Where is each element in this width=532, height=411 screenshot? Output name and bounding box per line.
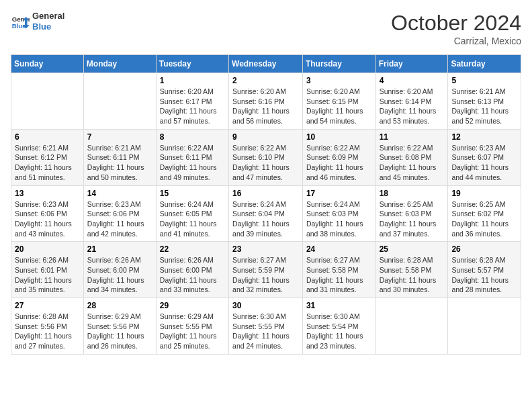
day-details: Sunrise: 6:25 AMSunset: 6:02 PMDaylight:… <box>451 199 517 239</box>
day-number: 1 <box>160 76 225 85</box>
day-details: Sunrise: 6:24 AMSunset: 6:05 PMDaylight:… <box>160 199 225 239</box>
calendar-cell: 1Sunrise: 6:20 AMSunset: 6:17 PMDaylight… <box>156 73 228 130</box>
calendar-cell: 20Sunrise: 6:26 AMSunset: 6:01 PMDayligh… <box>11 242 84 298</box>
day-header-thursday: Thursday <box>302 55 375 73</box>
calendar-cell: 31Sunrise: 6:30 AMSunset: 5:54 PMDayligh… <box>302 298 375 355</box>
calendar-week-4: 20Sunrise: 6:26 AMSunset: 6:01 PMDayligh… <box>11 242 521 298</box>
day-number: 28 <box>87 301 152 310</box>
calendar-cell: 29Sunrise: 6:29 AMSunset: 5:55 PMDayligh… <box>156 298 228 355</box>
day-details: Sunrise: 6:28 AMSunset: 5:56 PMDaylight:… <box>15 312 80 351</box>
day-number: 29 <box>160 301 225 310</box>
calendar-body: 1Sunrise: 6:20 AMSunset: 6:17 PMDaylight… <box>11 73 521 355</box>
day-number: 3 <box>306 76 372 85</box>
day-number: 17 <box>306 189 372 198</box>
title-block: October 2024 Carrizal, Mexico <box>391 11 521 46</box>
calendar-cell: 24Sunrise: 6:27 AMSunset: 5:58 PMDayligh… <box>302 242 375 298</box>
day-number: 16 <box>232 189 299 198</box>
day-number: 26 <box>451 244 517 254</box>
day-number: 24 <box>306 244 372 254</box>
calendar-cell: 10Sunrise: 6:22 AMSunset: 6:09 PMDayligh… <box>302 129 375 185</box>
day-header-friday: Friday <box>375 55 448 73</box>
day-number: 4 <box>380 76 445 85</box>
day-number: 2 <box>232 76 299 85</box>
day-details: Sunrise: 6:22 AMSunset: 6:09 PMDaylight:… <box>306 143 372 183</box>
day-header-tuesday: Tuesday <box>156 55 228 73</box>
day-number: 21 <box>87 244 152 254</box>
logo-icon: General Blue <box>11 12 30 31</box>
calendar-cell: 26Sunrise: 6:28 AMSunset: 5:57 PMDayligh… <box>448 242 521 298</box>
calendar-cell: 3Sunrise: 6:20 AMSunset: 6:15 PMDaylight… <box>302 73 375 130</box>
day-details: Sunrise: 6:30 AMSunset: 5:55 PMDaylight:… <box>232 312 299 351</box>
day-details: Sunrise: 6:22 AMSunset: 6:11 PMDaylight:… <box>160 143 225 183</box>
calendar-cell: 4Sunrise: 6:20 AMSunset: 6:14 PMDaylight… <box>375 73 448 130</box>
day-number: 12 <box>451 132 517 142</box>
day-details: Sunrise: 6:30 AMSunset: 5:54 PMDaylight:… <box>306 312 372 351</box>
calendar-week-1: 1Sunrise: 6:20 AMSunset: 6:17 PMDaylight… <box>11 73 521 130</box>
calendar-cell: 13Sunrise: 6:23 AMSunset: 6:06 PMDayligh… <box>11 185 84 242</box>
calendar-cell: 7Sunrise: 6:21 AMSunset: 6:11 PMDaylight… <box>83 129 156 185</box>
day-number: 9 <box>232 132 299 142</box>
day-details: Sunrise: 6:22 AMSunset: 6:10 PMDaylight:… <box>232 143 299 183</box>
day-details: Sunrise: 6:23 AMSunset: 6:07 PMDaylight:… <box>451 143 517 183</box>
month-title: October 2024 <box>391 11 521 36</box>
calendar-cell: 8Sunrise: 6:22 AMSunset: 6:11 PMDaylight… <box>156 129 228 185</box>
day-details: Sunrise: 6:20 AMSunset: 6:15 PMDaylight:… <box>306 87 372 126</box>
day-number: 19 <box>451 189 517 198</box>
day-details: Sunrise: 6:29 AMSunset: 5:55 PMDaylight:… <box>160 312 225 351</box>
calendar-table: SundayMondayTuesdayWednesdayThursdayFrid… <box>11 54 521 355</box>
day-details: Sunrise: 6:21 AMSunset: 6:13 PMDaylight:… <box>451 87 517 126</box>
day-details: Sunrise: 6:20 AMSunset: 6:17 PMDaylight:… <box>160 87 225 126</box>
day-number: 22 <box>160 244 225 254</box>
calendar-cell: 23Sunrise: 6:27 AMSunset: 5:59 PMDayligh… <box>229 242 303 298</box>
day-number: 6 <box>15 132 80 142</box>
day-number: 31 <box>306 301 372 310</box>
logo: General Blue General Blue <box>11 11 64 32</box>
calendar-cell: 2Sunrise: 6:20 AMSunset: 6:16 PMDaylight… <box>229 73 303 130</box>
day-details: Sunrise: 6:27 AMSunset: 5:59 PMDaylight:… <box>232 255 299 295</box>
day-details: Sunrise: 6:25 AMSunset: 6:03 PMDaylight:… <box>380 199 445 239</box>
day-details: Sunrise: 6:20 AMSunset: 6:14 PMDaylight:… <box>380 87 445 126</box>
day-details: Sunrise: 6:21 AMSunset: 6:11 PMDaylight:… <box>87 143 152 183</box>
calendar-cell: 27Sunrise: 6:28 AMSunset: 5:56 PMDayligh… <box>11 298 84 355</box>
day-header-wednesday: Wednesday <box>229 55 303 73</box>
calendar-cell <box>375 298 448 355</box>
calendar-cell: 18Sunrise: 6:25 AMSunset: 6:03 PMDayligh… <box>375 185 448 242</box>
day-details: Sunrise: 6:20 AMSunset: 6:16 PMDaylight:… <box>232 87 299 126</box>
day-header-saturday: Saturday <box>448 55 521 73</box>
day-details: Sunrise: 6:28 AMSunset: 5:58 PMDaylight:… <box>380 255 445 295</box>
calendar-cell: 19Sunrise: 6:25 AMSunset: 6:02 PMDayligh… <box>448 185 521 242</box>
calendar-cell: 30Sunrise: 6:30 AMSunset: 5:55 PMDayligh… <box>229 298 303 355</box>
calendar-cell <box>448 298 521 355</box>
calendar-week-2: 6Sunrise: 6:21 AMSunset: 6:12 PMDaylight… <box>11 129 521 185</box>
day-number: 18 <box>380 189 445 198</box>
day-number: 15 <box>160 189 225 198</box>
calendar-cell: 11Sunrise: 6:22 AMSunset: 6:08 PMDayligh… <box>375 129 448 185</box>
calendar-cell: 25Sunrise: 6:28 AMSunset: 5:58 PMDayligh… <box>375 242 448 298</box>
calendar-cell: 14Sunrise: 6:23 AMSunset: 6:06 PMDayligh… <box>83 185 156 242</box>
calendar-cell <box>83 73 156 130</box>
calendar-cell: 6Sunrise: 6:21 AMSunset: 6:12 PMDaylight… <box>11 129 84 185</box>
calendar-cell: 5Sunrise: 6:21 AMSunset: 6:13 PMDaylight… <box>448 73 521 130</box>
day-details: Sunrise: 6:27 AMSunset: 5:58 PMDaylight:… <box>306 255 372 295</box>
calendar-cell: 17Sunrise: 6:24 AMSunset: 6:03 PMDayligh… <box>302 185 375 242</box>
day-number: 11 <box>380 132 445 142</box>
calendar-cell: 12Sunrise: 6:23 AMSunset: 6:07 PMDayligh… <box>448 129 521 185</box>
day-number: 20 <box>15 244 80 254</box>
day-details: Sunrise: 6:23 AMSunset: 6:06 PMDaylight:… <box>87 199 152 239</box>
calendar-week-5: 27Sunrise: 6:28 AMSunset: 5:56 PMDayligh… <box>11 298 521 355</box>
day-details: Sunrise: 6:21 AMSunset: 6:12 PMDaylight:… <box>15 143 80 183</box>
day-details: Sunrise: 6:28 AMSunset: 5:57 PMDaylight:… <box>451 255 517 295</box>
calendar-header-row: SundayMondayTuesdayWednesdayThursdayFrid… <box>11 55 521 73</box>
day-number: 14 <box>87 189 152 198</box>
logo-line1: General <box>32 11 64 21</box>
day-number: 10 <box>306 132 372 142</box>
calendar-cell: 15Sunrise: 6:24 AMSunset: 6:05 PMDayligh… <box>156 185 228 242</box>
calendar-cell: 28Sunrise: 6:29 AMSunset: 5:56 PMDayligh… <box>83 298 156 355</box>
calendar-cell: 9Sunrise: 6:22 AMSunset: 6:10 PMDaylight… <box>229 129 303 185</box>
day-details: Sunrise: 6:24 AMSunset: 6:04 PMDaylight:… <box>232 199 299 239</box>
day-number: 5 <box>451 76 517 85</box>
day-details: Sunrise: 6:26 AMSunset: 6:01 PMDaylight:… <box>15 255 80 295</box>
location: Carrizal, Mexico <box>391 36 521 46</box>
calendar-cell: 16Sunrise: 6:24 AMSunset: 6:04 PMDayligh… <box>229 185 303 242</box>
day-number: 13 <box>15 189 80 198</box>
